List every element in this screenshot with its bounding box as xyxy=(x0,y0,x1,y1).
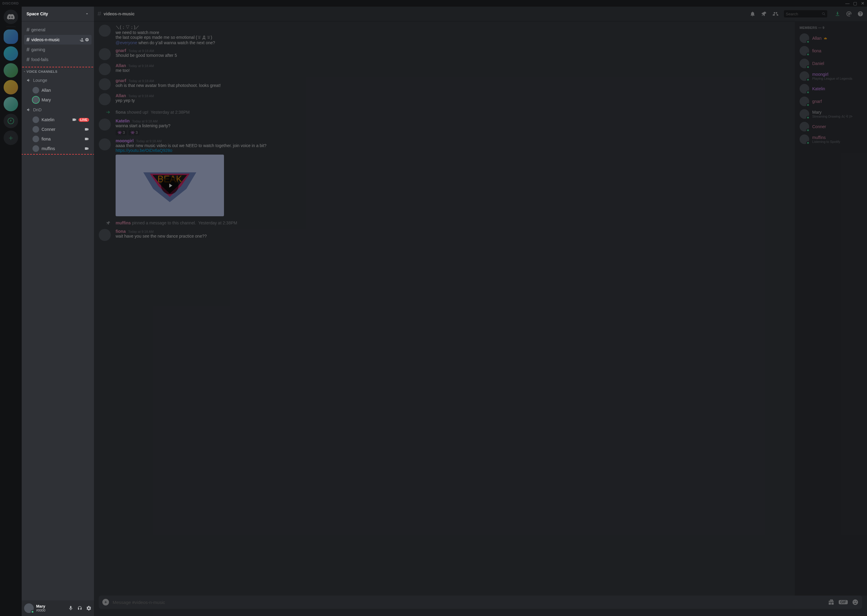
reaction[interactable]: 👾3 xyxy=(116,130,127,135)
link[interactable]: https://youtu.be/OiDx6aQ928o xyxy=(116,148,172,153)
timestamp: Yesterday at 2:38PM xyxy=(151,110,189,115)
member-row[interactable]: Daniel xyxy=(797,57,865,70)
text-channel-food-fails[interactable]: # food-fails xyxy=(24,55,91,64)
pin-icon[interactable] xyxy=(761,11,767,17)
text-channel-gaming[interactable]: # gaming xyxy=(24,45,91,55)
gear-icon[interactable] xyxy=(86,605,91,611)
member-row[interactable]: Katelin xyxy=(797,82,865,95)
avatar xyxy=(799,97,809,106)
avatar[interactable] xyxy=(99,118,111,130)
hash-icon: # xyxy=(27,37,30,43)
search-input[interactable] xyxy=(784,10,827,17)
server-item[interactable] xyxy=(4,30,18,44)
avatar[interactable] xyxy=(99,78,111,90)
play-button[interactable] xyxy=(161,177,178,194)
member-row[interactable]: MaryStreaming Drawing ᕕ( ᐛ )ᕗ xyxy=(797,108,865,120)
avatar[interactable] xyxy=(99,48,111,60)
add-server-button[interactable]: ＋ xyxy=(4,130,18,145)
chat-header: # videos-n-music xyxy=(94,6,867,21)
attach-button[interactable]: ＋ xyxy=(102,599,109,605)
timestamp: Yesterday at 2:38PM xyxy=(198,220,237,225)
text-channel-videos-n-music[interactable]: # videos-n-music xyxy=(24,35,91,44)
avatar[interactable] xyxy=(99,93,111,105)
composer-input[interactable] xyxy=(113,600,824,605)
author-name[interactable]: Allan xyxy=(116,63,126,68)
server-header[interactable]: Space City xyxy=(22,6,94,21)
message-text: ＼(；▽；)／ xyxy=(116,25,790,30)
author-name[interactable]: moongirl xyxy=(116,138,134,143)
timestamp: Today at 9:18 AM xyxy=(129,79,154,83)
invite-icon[interactable] xyxy=(79,38,84,42)
member-status: Playing League of Legends xyxy=(812,77,852,81)
self-avatar[interactable] xyxy=(24,603,34,613)
channel-name: food-fails xyxy=(31,57,49,62)
timestamp: Today at 9:18 AM xyxy=(136,139,162,143)
author-name[interactable]: gnarf xyxy=(116,78,126,83)
video-embed[interactable]: BEAK xyxy=(116,155,224,216)
help-icon[interactable] xyxy=(858,11,863,17)
voice-member[interactable]: Conner xyxy=(24,124,91,134)
gear-icon[interactable] xyxy=(85,38,89,42)
message-text: wanna start a listening party? xyxy=(116,123,790,128)
mute-icon[interactable] xyxy=(68,605,74,611)
author-name[interactable]: gnarf xyxy=(116,48,126,53)
message: KatelinToday at 9:18 AM wanna start a li… xyxy=(99,117,790,137)
member-row[interactable]: Allan xyxy=(797,32,865,44)
voice-member[interactable]: Allan xyxy=(24,85,91,95)
member-name: Conner xyxy=(812,124,826,129)
download-icon[interactable] xyxy=(834,11,840,17)
server-item[interactable] xyxy=(4,46,18,61)
home-button[interactable] xyxy=(4,9,18,24)
member-row[interactable]: Conner xyxy=(797,120,865,133)
member-row[interactable]: gnarf xyxy=(797,95,865,108)
voice-channel-lounge[interactable]: Lounge xyxy=(24,75,91,85)
avatar[interactable] xyxy=(99,138,111,150)
avatar xyxy=(799,59,809,68)
member-row[interactable]: muffinsListening to Spotify xyxy=(797,133,865,146)
author-name[interactable]: fiona xyxy=(116,229,126,234)
chevron-down-icon xyxy=(85,12,89,16)
search-field[interactable] xyxy=(786,12,820,16)
deafen-icon[interactable] xyxy=(77,605,82,611)
voice-member[interactable]: Katelin LIVE xyxy=(24,115,91,124)
emoji-icon[interactable] xyxy=(852,599,859,605)
author-name[interactable]: Katelin xyxy=(116,118,130,123)
close-button[interactable]: ✕ xyxy=(861,1,865,6)
explore-button[interactable] xyxy=(4,114,18,128)
text-channel-general[interactable]: # general xyxy=(24,25,91,35)
message-text: wait have you see the new dance practice… xyxy=(116,234,790,239)
self-name: Mary xyxy=(36,604,46,608)
maximize-button[interactable]: ▢ xyxy=(853,1,857,6)
author-name[interactable]: Allan xyxy=(116,93,126,98)
window-controls: — ▢ ✕ xyxy=(845,1,865,6)
message-composer[interactable]: ＋ GIF xyxy=(99,596,862,609)
server-item[interactable] xyxy=(4,80,18,94)
voice-member[interactable]: muffins xyxy=(24,144,91,153)
reaction[interactable]: 👾3 xyxy=(129,130,140,135)
gift-icon[interactable] xyxy=(828,599,834,605)
server-item[interactable] xyxy=(4,97,18,111)
member-row[interactable]: fiona xyxy=(797,44,865,57)
channel-sidebar: Space City # general # videos-n-music # … xyxy=(22,6,94,616)
gif-button[interactable]: GIF xyxy=(839,600,848,604)
voice-channel-dnd[interactable]: DnD xyxy=(24,105,91,115)
mentions-icon[interactable] xyxy=(846,11,852,17)
voice-member-name: fiona xyxy=(41,137,50,141)
server-item[interactable] xyxy=(4,63,18,78)
minimize-button[interactable]: — xyxy=(845,1,849,6)
crown-icon xyxy=(823,36,828,40)
avatar[interactable] xyxy=(99,63,111,75)
pin-system-message: muffins pinned a message to this channel… xyxy=(99,218,790,228)
voice-member[interactable]: Mary xyxy=(24,95,91,105)
voice-member[interactable]: fiona xyxy=(24,134,91,144)
avatar[interactable] xyxy=(99,229,111,241)
voice-section-header[interactable]: VOICE CHANNELS xyxy=(22,68,94,75)
hash-icon: # xyxy=(27,27,30,33)
avatar[interactable] xyxy=(99,25,111,37)
member-name: Mary xyxy=(812,110,853,115)
mention[interactable]: @everyone xyxy=(116,40,137,45)
bell-icon[interactable] xyxy=(750,11,756,17)
member-status: Listening to Spotify xyxy=(812,140,840,144)
member-row[interactable]: moongirlPlaying League of Legends xyxy=(797,70,865,82)
members-icon[interactable] xyxy=(772,11,779,17)
